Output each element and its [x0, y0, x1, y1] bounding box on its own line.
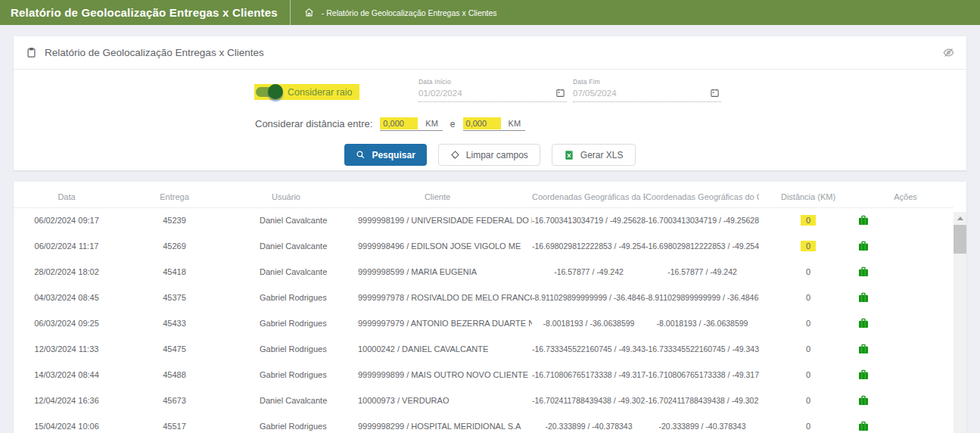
distance-max-input[interactable]: 0,000	[463, 117, 501, 129]
cell-coord-entrega: -16.7003413034719 / -49.256287	[532, 207, 646, 233]
cell-distancia: 0	[759, 259, 857, 285]
cell-coord-cliente: -8.911029899999999 / -36.4846211	[646, 285, 759, 310]
clear-fields-button[interactable]: Limpar campos	[438, 144, 540, 166]
cell-acoes	[857, 362, 954, 388]
search-button-label: Pesquisar	[372, 150, 415, 160]
cell-usuario: Gabriel Rodrigues	[229, 413, 343, 433]
consider-radius-toggle[interactable]: Considerar raio	[254, 84, 359, 100]
distance-value: 0	[801, 215, 816, 226]
delivery-briefcase-icon[interactable]	[857, 240, 870, 252]
cell-data: 15/04/2024 10:06	[14, 413, 120, 433]
cell-entrega: 45418	[120, 259, 229, 285]
table-row[interactable]: 06/03/2024 09:25 45433 Gabriel Rodrigues…	[14, 310, 954, 336]
cell-usuario: Daniel Cavalcante	[229, 259, 343, 285]
delivery-briefcase-icon[interactable]	[857, 291, 870, 304]
export-xls-button[interactable]: Gerar XLS	[552, 144, 636, 166]
date-start-field[interactable]: Data Início 01/02/2024	[418, 78, 567, 102]
col-header-data: Data	[14, 186, 120, 207]
cell-coord-cliente: -16.698029812222853 / -49.25490	[646, 233, 759, 259]
date-end-label: Data Fim	[573, 78, 721, 86]
cell-coord-entrega: -20.333899 / -40.378343	[532, 413, 646, 433]
filter-buttons-row: Pesquisar Limpar campos Gerar XLS	[14, 144, 966, 166]
table-row[interactable]: 14/03/2024 08:44 45488 Gabriel Rodrigues…	[14, 362, 954, 388]
table-row[interactable]: 12/03/2024 11:33 45475 Gabriel Rodrigues…	[14, 336, 954, 362]
delivery-briefcase-icon[interactable]	[857, 343, 870, 355]
filter-card-header: Relatório de Geolocalização Entregas x C…	[14, 36, 966, 70]
delivery-briefcase-icon[interactable]	[857, 214, 870, 226]
cell-coord-cliente: -16.733345522160745 / -49.343476	[646, 336, 759, 362]
table-row[interactable]: 06/02/2024 09:17 45239 Daniel Cavalcante…	[14, 207, 954, 233]
cell-entrega: 45488	[120, 362, 229, 388]
col-header-cliente: Cliente	[343, 186, 532, 207]
toggle-switch[interactable]	[256, 87, 281, 97]
cell-coord-entrega: -16.710806765173338 / -49.31778	[532, 362, 646, 388]
date-start-label: Data Início	[418, 78, 567, 86]
delivery-briefcase-icon[interactable]	[857, 317, 870, 329]
table-row[interactable]: 04/03/2024 08:45 45375 Gabriel Rodrigues…	[14, 285, 954, 310]
delivery-briefcase-icon[interactable]	[857, 266, 870, 278]
excel-file-icon	[564, 150, 574, 160]
scrollbar-up-arrow[interactable]	[954, 212, 966, 224]
eye-off-icon[interactable]	[943, 47, 954, 58]
date-start-value[interactable]: 01/02/2024	[418, 89, 462, 98]
calendar-icon[interactable]	[555, 88, 565, 98]
table-row[interactable]: 15/04/2024 10:06 45517 Gabriel Rodrigues…	[14, 413, 954, 433]
cell-coord-cliente: -8.0018193 / -36.0638599	[646, 310, 759, 336]
cell-distancia: 0	[759, 413, 857, 433]
distance-value: 0	[801, 421, 816, 431]
cell-distancia: 0	[759, 285, 857, 310]
scrollbar-thumb[interactable]	[954, 225, 966, 254]
cell-cliente: 9999999899 / MAIS OUTRO NOVO CLIENTE	[343, 362, 532, 388]
cell-entrega: 45673	[120, 388, 229, 413]
table-row[interactable]: 28/02/2024 18:02 45418 Daniel Cavalcante…	[14, 259, 954, 285]
cell-entrega: 45517	[120, 413, 229, 433]
search-button[interactable]: Pesquisar	[344, 144, 426, 166]
cell-data: 14/03/2024 08:44	[14, 362, 120, 388]
cell-distancia: 0	[759, 310, 857, 336]
cell-entrega: 45433	[120, 310, 229, 336]
export-xls-button-label: Gerar XLS	[580, 150, 624, 160]
filter-card: Relatório de Geolocalização Entregas x C…	[14, 36, 966, 170]
cell-coord-entrega: -8.911029899999999 / -36.48462	[532, 285, 646, 310]
delivery-briefcase-icon[interactable]	[857, 420, 870, 432]
results-table-card: Data Entrega Usuário Cliente Coordenadas…	[14, 182, 966, 433]
cell-data: 12/03/2024 11:33	[14, 336, 120, 362]
cell-coord-entrega: -16.698029812222853 / -49.2549	[532, 233, 646, 259]
date-end-value[interactable]: 07/05/2024	[573, 89, 617, 98]
cell-coord-entrega: -16.733345522160745 / -49.3434	[532, 336, 646, 362]
cell-data: 06/02/2024 09:17	[14, 207, 120, 233]
date-end-field[interactable]: Data Fim 07/05/2024	[573, 78, 721, 102]
distance-min-input[interactable]: 0,000	[380, 117, 418, 129]
cell-entrega: 45375	[120, 285, 229, 310]
distance-connector: e	[450, 119, 456, 129]
distance-value: 0	[801, 292, 816, 303]
col-header-coord-entrega: Coordenadas Geográficas da Entreg	[532, 186, 646, 207]
cell-cliente: 9999998299 / HOSPITAL MERIDIONAL S.A	[343, 413, 532, 433]
cell-coord-entrega: -8.0018193 / -36.0638599	[532, 310, 646, 336]
calendar-icon[interactable]	[710, 88, 720, 98]
eraser-icon	[450, 150, 460, 160]
delivery-briefcase-icon[interactable]	[857, 369, 870, 381]
col-header-acoes: Ações	[857, 186, 954, 207]
cell-acoes	[857, 233, 954, 259]
delivery-briefcase-icon[interactable]	[857, 394, 870, 407]
table-row[interactable]: 06/02/2024 11:17 45269 Daniel Cavalcante…	[14, 233, 954, 259]
cell-usuario: Gabriel Rodrigues	[229, 362, 343, 388]
cell-acoes	[857, 259, 954, 285]
distance-value: 0	[801, 241, 816, 251]
distance-min-unit: KM	[425, 119, 438, 128]
table-body: 06/02/2024 09:17 45239 Daniel Cavalcante…	[14, 207, 954, 433]
table-scrollbar[interactable]	[954, 212, 966, 433]
distance-value: 0	[801, 318, 816, 329]
cell-entrega: 45475	[120, 336, 229, 362]
cell-distancia: 0	[759, 207, 857, 233]
cell-data: 06/02/2024 11:17	[14, 233, 120, 259]
home-icon[interactable]	[304, 8, 314, 17]
cell-usuario: Gabriel Rodrigues	[229, 336, 343, 362]
table-row[interactable]: 12/04/2024 16:36 45673 Daniel Cavalcante…	[14, 388, 954, 413]
cell-data: 06/03/2024 09:25	[14, 310, 120, 336]
cell-cliente: 9999998496 / EDILSON JOSE VIGOLO ME	[343, 233, 532, 259]
col-header-distancia: Distância (KM)	[759, 186, 857, 207]
cell-usuario: Daniel Cavalcante	[229, 233, 343, 259]
cell-distancia: 0	[759, 388, 857, 413]
